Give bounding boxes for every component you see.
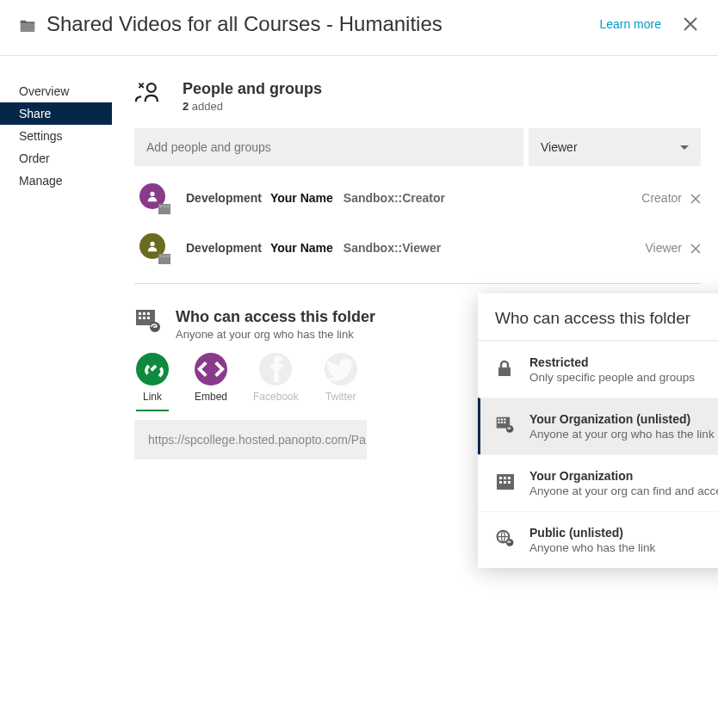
avatar <box>139 233 169 262</box>
remove-person-button[interactable] <box>690 243 701 253</box>
remove-person-button[interactable] <box>690 193 701 203</box>
svg-rect-15 <box>139 317 141 319</box>
svg-rect-22 <box>501 418 503 420</box>
person-name: Your Name <box>270 241 333 255</box>
person-row: Development Your Name Sandbox::Creator C… <box>134 175 701 225</box>
sidebar-item-share[interactable]: Share <box>0 102 112 125</box>
share-tab-label: Twitter <box>325 391 356 403</box>
access-section-sub: Anyone at your org who has the link <box>176 328 375 341</box>
share-tab-label: Link <box>143 391 162 403</box>
svg-rect-21 <box>498 418 499 420</box>
people-section-title: People and groups <box>183 80 322 98</box>
building-link-icon <box>134 308 164 332</box>
svg-rect-29 <box>499 477 502 479</box>
svg-point-27 <box>506 425 514 433</box>
access-option-restricted[interactable]: Restricted Only specific people and grou… <box>478 341 718 398</box>
person-org: Development <box>186 191 262 205</box>
option-label: Your Organization <box>529 469 718 483</box>
share-tab-twitter[interactable]: Twitter <box>325 353 357 403</box>
share-tab-label: Facebook <box>253 391 299 403</box>
share-link-field[interactable]: https://spcollege.hosted.panopto.com/Pa <box>134 420 367 460</box>
share-tab-embed[interactable]: Embed <box>195 353 227 403</box>
access-option-public-unlisted[interactable]: Public (unlisted) Anyone who has the lin… <box>478 511 718 568</box>
svg-rect-14 <box>147 312 150 315</box>
svg-rect-8 <box>159 256 162 258</box>
chevron-down-icon <box>680 145 689 150</box>
person-row: Development Your Name Sandbox::Viewer Vi… <box>134 225 701 275</box>
svg-rect-4 <box>164 206 166 208</box>
folder-icon <box>19 19 36 33</box>
svg-rect-24 <box>498 422 499 423</box>
people-icon <box>134 80 165 106</box>
share-tab-label: Embed <box>195 391 227 403</box>
option-label: Your Organization (unlisted) <box>529 412 715 426</box>
share-tab-link[interactable]: Link <box>136 353 169 411</box>
twitter-icon <box>325 353 357 386</box>
learn-more-link[interactable]: Learn more <box>599 17 661 31</box>
svg-point-6 <box>150 242 154 246</box>
svg-rect-3 <box>159 206 162 208</box>
svg-rect-25 <box>501 422 503 423</box>
svg-rect-5 <box>167 206 170 208</box>
svg-point-36 <box>506 539 514 546</box>
avatar <box>139 183 169 213</box>
person-name: Your Name <box>270 191 333 205</box>
globe-link-icon <box>495 529 516 548</box>
role-select[interactable]: Viewer <box>529 128 701 166</box>
org-badge-icon <box>158 254 170 264</box>
add-people-input[interactable] <box>134 128 523 166</box>
svg-rect-23 <box>504 418 505 420</box>
option-sub: Anyone at your org can find and access <box>529 484 718 497</box>
option-sub: Only specific people and groups <box>529 371 695 384</box>
sidebar-item-manage[interactable]: Manage <box>0 170 112 192</box>
svg-rect-17 <box>147 317 150 319</box>
svg-point-1 <box>150 192 154 196</box>
svg-rect-33 <box>504 481 506 484</box>
option-sub: Anyone at your org who has the link <box>529 428 715 441</box>
sidebar-item-order[interactable]: Order <box>0 147 112 170</box>
svg-rect-9 <box>164 256 166 258</box>
sidebar: Overview Share Settings Order Manage <box>0 56 112 460</box>
svg-rect-34 <box>508 481 511 484</box>
org-badge-icon <box>158 204 170 214</box>
sidebar-item-settings[interactable]: Settings <box>0 125 112 147</box>
svg-rect-31 <box>508 477 511 479</box>
facebook-icon <box>259 353 292 386</box>
svg-point-0 <box>147 83 156 92</box>
svg-rect-16 <box>143 317 145 319</box>
svg-rect-13 <box>143 312 145 315</box>
person-org: Development <box>186 241 262 255</box>
page-title: Shared Videos for all Courses - Humaniti… <box>46 12 599 36</box>
svg-rect-10 <box>167 256 170 258</box>
access-option-org[interactable]: Your Organization Anyone at your org can… <box>478 454 718 511</box>
option-label: Public (unlisted) <box>529 526 655 540</box>
sidebar-item-overview[interactable]: Overview <box>0 80 112 102</box>
divider <box>134 283 701 284</box>
people-section-sub: 2 added <box>183 100 322 113</box>
person-system: Sandbox::Viewer <box>344 241 441 255</box>
option-sub: Anyone who has the link <box>529 541 655 554</box>
person-role: Creator <box>641 191 682 205</box>
access-popover: Who can access this folder Restricted On… <box>478 293 718 568</box>
svg-rect-32 <box>499 481 502 484</box>
popover-title: Who can access this folder <box>478 293 718 341</box>
access-option-org-unlisted[interactable]: Your Organization (unlisted) Anyone at y… <box>478 398 718 454</box>
svg-rect-19 <box>498 367 511 376</box>
link-icon <box>136 353 169 386</box>
building-link-icon <box>495 416 516 435</box>
add-people-row: Viewer <box>134 128 701 166</box>
main-content: People and groups 2 added Viewer Develop… <box>112 56 718 460</box>
option-label: Restricted <box>529 355 695 369</box>
lock-icon <box>495 359 516 378</box>
building-icon <box>495 472 516 491</box>
svg-rect-26 <box>504 422 505 423</box>
person-system: Sandbox::Creator <box>344 191 445 205</box>
person-role: Viewer <box>645 241 682 255</box>
close-button[interactable] <box>682 15 699 33</box>
role-select-value: Viewer <box>541 140 578 154</box>
people-section-head: People and groups 2 added <box>134 80 701 113</box>
embed-icon <box>195 353 227 386</box>
share-tab-facebook[interactable]: Facebook <box>253 353 299 403</box>
header: Shared Videos for all Courses - Humaniti… <box>0 0 718 56</box>
svg-rect-30 <box>504 477 506 479</box>
